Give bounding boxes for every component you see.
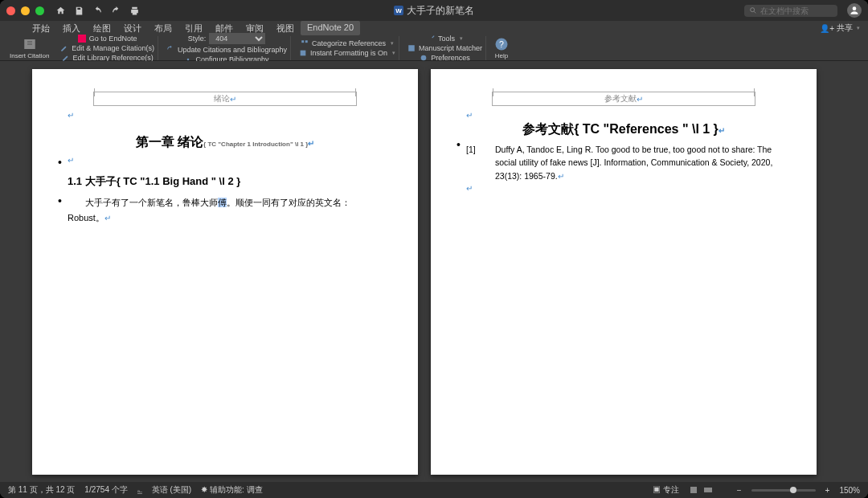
update-citations-button[interactable]: Update Citations and Bibliography bbox=[166, 45, 287, 55]
references-heading: 参考文献{ TC "References " \l 1 }↵ bbox=[466, 121, 781, 138]
svg-point-0 bbox=[751, 8, 755, 12]
spellcheck-icon[interactable]: ⎁ bbox=[137, 486, 142, 495]
tab-view[interactable]: 视图 bbox=[270, 21, 301, 35]
save-icon[interactable] bbox=[74, 6, 84, 16]
zoom-knob[interactable] bbox=[790, 487, 796, 493]
page-left[interactable]: 绪论↵ ↵ • 第一章 绪论{ TC "Chapter 1 Introducti… bbox=[32, 69, 418, 475]
paragraph-mark-icon: ↵ bbox=[466, 111, 781, 120]
title-bar: W 大手子的新笔名 bbox=[0, 0, 868, 21]
svg-text:?: ? bbox=[499, 39, 504, 48]
reference-entry: [1] Duffy A, Tandoc E, Ling R. Too good … bbox=[466, 143, 781, 182]
categorize-references-button[interactable]: Categorize References▾ bbox=[301, 39, 394, 48]
language-indicator[interactable]: 英语 (美国) bbox=[152, 484, 191, 496]
page-right[interactable]: 参考文献↵ ↵ • 参考文献{ TC "References " \l 1 }↵… bbox=[431, 69, 817, 475]
redo-icon[interactable] bbox=[111, 6, 121, 16]
search-box[interactable] bbox=[744, 5, 837, 17]
paragraph-mark-icon: ↵ bbox=[68, 156, 383, 165]
window-controls bbox=[6, 6, 44, 15]
zoom-in-button[interactable]: + bbox=[825, 486, 830, 495]
view-mode-buttons bbox=[689, 485, 727, 495]
bullet-icon: • bbox=[457, 138, 461, 151]
zoom-slider[interactable] bbox=[751, 489, 816, 492]
bullet-icon: • bbox=[58, 156, 62, 169]
web-layout-icon[interactable] bbox=[703, 485, 713, 495]
style-select[interactable]: 404 bbox=[209, 33, 265, 44]
minimize-window-button[interactable] bbox=[21, 6, 30, 15]
print-layout-icon[interactable] bbox=[689, 485, 698, 495]
zoom-out-button[interactable]: − bbox=[737, 486, 742, 495]
svg-point-3 bbox=[187, 58, 190, 60]
page-header-indicator: 参考文献↵ bbox=[492, 92, 755, 106]
document-area[interactable]: 绪论↵ ↵ • 第一章 绪论{ TC "Chapter 1 Introducti… bbox=[0, 61, 868, 482]
svg-rect-11 bbox=[690, 487, 697, 493]
insert-citation-button[interactable]: Insert Citation bbox=[6, 37, 52, 59]
instant-formatting-button[interactable]: Instant Formatting is On▾ bbox=[299, 48, 395, 58]
search-icon bbox=[749, 6, 757, 14]
svg-rect-2 bbox=[78, 35, 86, 43]
tab-layout[interactable]: 布局 bbox=[148, 21, 178, 35]
zoom-window-button[interactable] bbox=[35, 6, 44, 15]
section-heading: 1.1 大手子{ TC "1.1 Big Hand " \l 2 } bbox=[68, 174, 383, 189]
print-icon[interactable] bbox=[129, 6, 140, 16]
svg-rect-5 bbox=[305, 40, 308, 43]
document-title: W 大手子的新笔名 bbox=[394, 4, 474, 18]
selection-highlight: 傅 bbox=[218, 198, 227, 207]
paragraph-mark-icon: ↵ bbox=[68, 111, 383, 120]
reference-number: [1] bbox=[466, 143, 485, 182]
page-header-indicator: 绪论↵ bbox=[93, 92, 357, 106]
edit-manage-citations-button[interactable]: Edit & Manage Citation(s) bbox=[60, 43, 154, 53]
outline-icon[interactable] bbox=[718, 485, 727, 495]
share-button[interactable]: 👤+共享▾ bbox=[820, 21, 860, 35]
status-bar: 第 11 页，共 12 页 1/2754 个字 ⎁ 英语 (美国) ✸ 辅助功能… bbox=[0, 482, 868, 498]
undo-icon[interactable] bbox=[92, 6, 103, 16]
user-avatar-icon[interactable] bbox=[847, 3, 862, 18]
zoom-level[interactable]: 150% bbox=[839, 486, 860, 495]
paragraph-mark-icon: ↵ bbox=[466, 184, 781, 193]
word-count[interactable]: 1/2754 个字 bbox=[84, 484, 127, 496]
bullet-icon: • bbox=[58, 194, 62, 207]
close-window-button[interactable] bbox=[6, 6, 15, 15]
svg-rect-12 bbox=[704, 488, 712, 492]
svg-rect-4 bbox=[301, 40, 304, 43]
home-icon[interactable] bbox=[55, 6, 66, 16]
focus-mode-button[interactable]: ▣ 专注 bbox=[653, 484, 679, 496]
manuscript-matcher-button[interactable]: Manuscript Matcher bbox=[407, 43, 482, 53]
tools-button[interactable]: Tools▾ bbox=[427, 34, 463, 43]
body-text[interactable]: 大手子有了一个新笔名，鲁棒大师傅。顺便一同有了对应的英文名：Robust。↵ bbox=[68, 195, 383, 225]
reference-text: Duffy A, Tandoc E, Ling R. Too good to b… bbox=[495, 143, 781, 182]
ribbon: Insert Citation Go to EndNote Edit & Man… bbox=[0, 35, 868, 61]
style-label: Style: 404 bbox=[188, 32, 266, 45]
svg-point-8 bbox=[421, 55, 427, 60]
chapter-heading: 第一章 绪论{ TC "Chapter 1 Introduction" \l 1… bbox=[68, 134, 383, 151]
go-to-endnote-button[interactable]: Go to EndNote bbox=[78, 34, 137, 43]
page-indicator[interactable]: 第 11 页，共 12 页 bbox=[8, 484, 75, 496]
tab-home[interactable]: 开始 bbox=[26, 21, 56, 35]
help-button[interactable]: ? Help bbox=[491, 37, 512, 59]
svg-rect-7 bbox=[408, 45, 415, 51]
search-input[interactable] bbox=[760, 6, 833, 15]
tab-endnote20[interactable]: EndNote 20 bbox=[301, 21, 360, 35]
word-icon: W bbox=[394, 6, 403, 15]
accessibility-indicator[interactable]: ✸ 辅助功能: 调查 bbox=[201, 484, 262, 496]
svg-rect-6 bbox=[301, 50, 306, 55]
